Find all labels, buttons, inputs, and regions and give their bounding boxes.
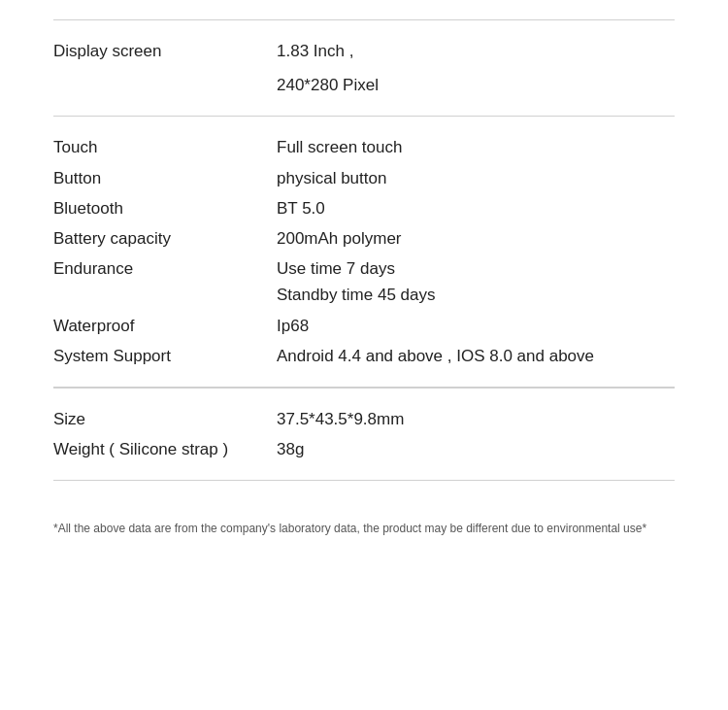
display-label: Display screen	[53, 38, 277, 64]
size-value: 37.5*43.5*9.8mm	[277, 406, 675, 432]
battery-row: Battery capacity 200mAh polymer	[53, 225, 675, 252]
touch-row: Touch Full screen touch	[53, 134, 675, 160]
system-value: Android 4.4 and above , IOS 8.0 and abov…	[277, 343, 675, 369]
specs-section: Touch Full screen touch Button physical …	[53, 116, 675, 388]
display-section: Display screen 1.83 Inch , 240*280 Pixel	[53, 19, 675, 116]
waterproof-row: Waterproof Ip68	[53, 313, 675, 339]
display-values: 1.83 Inch , 240*280 Pixel	[277, 38, 379, 98]
display-row: Display screen 1.83 Inch , 240*280 Pixel	[53, 38, 675, 98]
footnote-section: *All the above data are from the company…	[53, 481, 675, 557]
button-row: Button physical button	[53, 165, 675, 191]
endurance-row: Endurance Use time 7 days Standby time 4…	[53, 255, 675, 308]
weight-value: 38g	[277, 436, 675, 462]
waterproof-label: Waterproof	[53, 313, 277, 339]
bluetooth-label: Bluetooth	[53, 195, 277, 221]
footnote-text: *All the above data are from the company…	[53, 520, 675, 537]
button-value: physical button	[277, 165, 675, 191]
button-label: Button	[53, 165, 277, 191]
system-label: System Support	[53, 343, 277, 369]
weight-label: Weight ( Silicone strap )	[53, 436, 277, 462]
endurance-value-2: Standby time 45 days	[277, 282, 675, 308]
touch-label: Touch	[53, 134, 277, 160]
size-section: Size 37.5*43.5*9.8mm Weight ( Silicone s…	[53, 388, 675, 481]
touch-value: Full screen touch	[277, 134, 675, 160]
endurance-value-1: Use time 7 days	[277, 255, 675, 282]
endurance-label: Endurance	[53, 255, 277, 282]
system-row: System Support Android 4.4 and above , I…	[53, 343, 675, 369]
waterproof-value: Ip68	[277, 313, 675, 339]
size-row: Size 37.5*43.5*9.8mm	[53, 406, 675, 432]
display-value-1: 1.83 Inch ,	[277, 38, 379, 64]
battery-value: 200mAh polymer	[277, 225, 675, 252]
weight-row: Weight ( Silicone strap ) 38g	[53, 436, 675, 462]
bluetooth-row: Bluetooth BT 5.0	[53, 195, 675, 221]
endurance-value: Use time 7 days Standby time 45 days	[277, 255, 675, 308]
size-label: Size	[53, 406, 277, 432]
bluetooth-value: BT 5.0	[277, 195, 675, 221]
spec-container: Display screen 1.83 Inch , 240*280 Pixel…	[0, 0, 728, 710]
battery-label: Battery capacity	[53, 225, 277, 252]
display-value-2: 240*280 Pixel	[277, 72, 379, 98]
